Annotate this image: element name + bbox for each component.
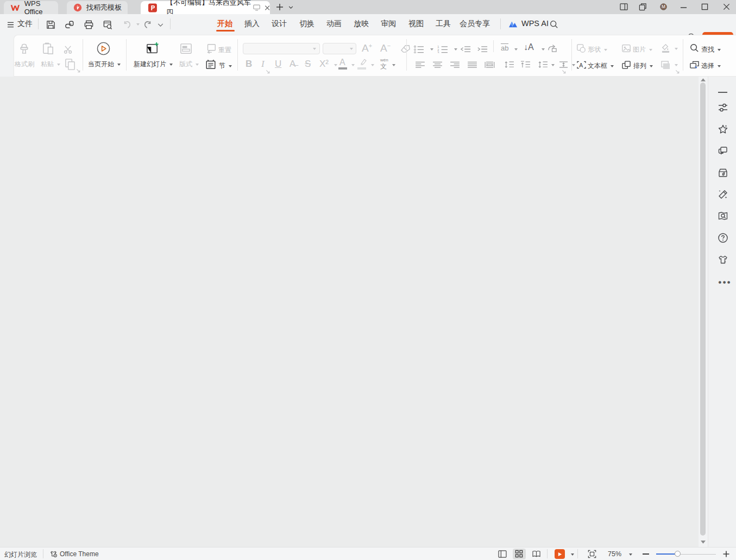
svg-text:3: 3: [437, 51, 439, 53]
svg-text:A: A: [579, 62, 583, 68]
svg-text:M: M: [662, 4, 665, 9]
